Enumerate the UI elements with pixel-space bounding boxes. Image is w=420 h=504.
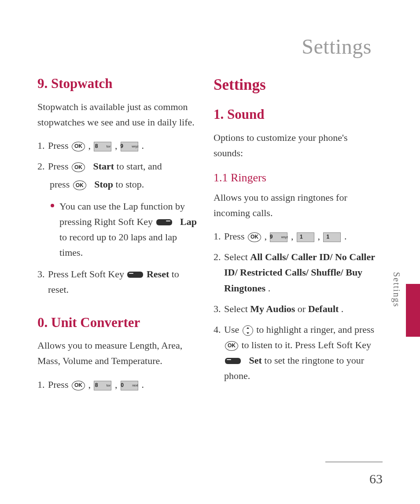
- step-body: Select My Audios or Default .: [224, 301, 376, 316]
- key-1-icon: 1: [323, 232, 341, 242]
- text: .: [141, 140, 144, 151]
- ringers-step-4: 4. Use to highlight a ringer, and press …: [214, 322, 376, 384]
- right-column: Settings 1. Sound Options to customize y…: [214, 73, 376, 397]
- stopwatch-intro: Stopwatch is available just as common st…: [37, 99, 200, 130]
- step-number: 4.: [214, 322, 224, 337]
- text: .: [268, 283, 271, 294]
- step-body: Press OK Start to start, and: [48, 158, 200, 174]
- set-label: Set: [249, 355, 262, 366]
- key-9-icon: 9 wxyz: [270, 232, 287, 242]
- step-number: 1.: [37, 377, 48, 392]
- page-title: Settings: [302, 34, 372, 59]
- text: Press: [48, 161, 71, 172]
- left-soft-key-icon: [127, 272, 143, 278]
- left-soft-key-icon: [225, 358, 241, 364]
- text: Select: [224, 251, 250, 262]
- digit-sub: wxyz: [132, 144, 139, 149]
- stopwatch-step-2: 2. Press OK Start to start, and: [37, 158, 200, 174]
- text: Press: [224, 231, 247, 242]
- step-body: Press OK , 8 tuv , 0 next .: [48, 377, 200, 392]
- heading-ringers: 1.1 Ringers: [214, 169, 376, 187]
- stopwatch-bullet: You can use the Lap function by pressing…: [37, 199, 200, 261]
- text: to listen to it. Press Left Soft Key: [242, 339, 372, 350]
- unit-step-1: 1. Press OK , 8 tuv , 0 next .: [37, 377, 200, 392]
- text: press: [50, 179, 72, 190]
- digit: 0: [121, 381, 131, 390]
- digit-sub: tuv: [107, 383, 111, 388]
- right-soft-key-icon: [156, 219, 172, 225]
- text: ,: [317, 231, 322, 242]
- side-tab-label: Settings: [391, 272, 402, 307]
- text: ,: [115, 379, 120, 390]
- text: Use: [224, 324, 242, 335]
- bullet-icon: [51, 204, 54, 207]
- text: Press: [48, 140, 71, 151]
- step-number: 1.: [37, 138, 48, 153]
- text: to highlight a ringer, and press: [256, 324, 374, 335]
- digit: 1: [326, 233, 337, 241]
- digit: 1: [300, 233, 310, 241]
- step-number: 2.: [214, 249, 224, 265]
- ok-key-icon: OK: [72, 381, 85, 390]
- stopwatch-step-3: 3. Press Left Soft Key Reset to reset.: [37, 266, 200, 297]
- nav-key-icon: [243, 325, 253, 336]
- digit-sub: wxyz: [281, 235, 288, 239]
- digit-sub: tuv: [107, 144, 111, 149]
- ok-key-icon: OK: [72, 162, 85, 172]
- content-columns: 9. Stopwatch Stopwatch is available just…: [37, 73, 376, 397]
- digit: 8: [95, 142, 106, 151]
- digit: 8: [95, 381, 106, 390]
- key-0-icon: 0 next: [121, 381, 138, 390]
- ringers-step-3: 3. Select My Audios or Default .: [214, 301, 376, 316]
- lap-label: Lap: [180, 216, 197, 227]
- heading-unit-converter: 0. Unit Converter: [37, 312, 200, 334]
- step-body: Press Left Soft Key Reset to reset.: [48, 266, 200, 297]
- ok-key-icon: OK: [248, 232, 261, 242]
- heading-stopwatch: 9. Stopwatch: [37, 73, 200, 95]
- step-body: Press OK , 9 wxyz , 1 , 1: [224, 228, 376, 244]
- digit: 9: [120, 142, 131, 151]
- text: ,: [291, 231, 296, 242]
- page-number: 63: [369, 471, 383, 486]
- step-body: Press OK , 8 tuv , 9 wxyz .: [48, 138, 200, 153]
- start-label: Start: [93, 161, 114, 172]
- text: Press: [48, 379, 71, 390]
- bullet-body: You can use the Lap function by pressing…: [59, 199, 200, 261]
- key-8-icon: 8 tuv: [94, 142, 111, 151]
- footer-rule: [325, 462, 383, 462]
- step-body: Use to highlight a ringer, and press OK …: [224, 322, 376, 384]
- digit: 9: [270, 233, 280, 241]
- ringers-step-2: 2. Select All Calls/ Caller ID/ No Calle…: [214, 249, 376, 296]
- heading-settings: Settings: [214, 73, 376, 97]
- step-number: 1.: [214, 228, 224, 244]
- manual-page: Settings 9. Stopwatch Stopwatch is avail…: [0, 0, 420, 504]
- text: ,: [88, 379, 93, 390]
- key-8-icon: 8 tuv: [94, 381, 111, 390]
- my-audios-label: My Audios: [250, 303, 295, 314]
- text: Press Left Soft Key: [48, 269, 126, 280]
- text: ,: [264, 231, 269, 242]
- text: ,: [88, 140, 93, 151]
- step-body: Select All Calls/ Caller ID/ No Caller I…: [224, 249, 376, 296]
- stopwatch-step-1: 1. Press OK , 8 tuv , 9 wxyz .: [37, 138, 200, 153]
- ringers-intro: Allows you to assign ringtones for incom…: [214, 190, 376, 221]
- ringers-step-1: 1. Press OK , 9 wxyz , 1 ,: [214, 228, 376, 244]
- text: or: [298, 303, 308, 314]
- stopwatch-step-2b: press OK Stop to stop.: [37, 177, 200, 192]
- side-tab: [406, 284, 420, 337]
- text: .: [341, 303, 344, 314]
- key-9-icon: 9 wxyz: [121, 142, 138, 151]
- sound-intro: Options to customize your phone's sounds…: [214, 130, 376, 161]
- text: ,: [115, 140, 120, 151]
- left-column: 9. Stopwatch Stopwatch is available just…: [37, 73, 200, 397]
- text: to record up to 20 laps and lap times.: [59, 232, 177, 258]
- text: Select: [224, 303, 250, 314]
- stop-label: Stop: [94, 179, 113, 190]
- step-number: 3.: [37, 266, 48, 282]
- ok-key-icon: OK: [72, 142, 85, 151]
- text: .: [141, 379, 144, 390]
- unit-intro: Allows you to measure Length, Area, Mass…: [37, 338, 200, 368]
- text: to stop.: [116, 179, 144, 190]
- key-1-icon: 1: [297, 232, 314, 242]
- digit-sub: next: [132, 383, 138, 388]
